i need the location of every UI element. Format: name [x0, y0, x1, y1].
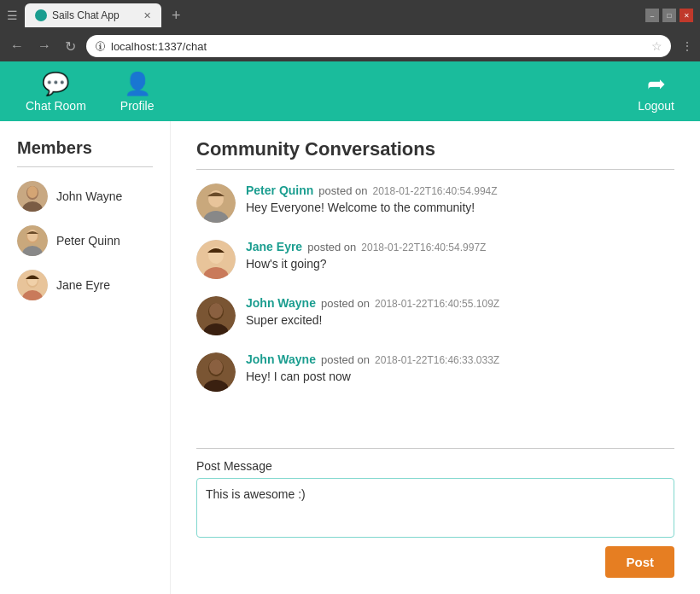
msg-avatar-john-wayne — [196, 296, 236, 335]
forward-button[interactable]: → — [34, 37, 55, 55]
member-item-john-wayne[interactable]: John Wayne — [17, 181, 153, 212]
nav-profile[interactable]: 👤 Profile — [103, 64, 172, 119]
member-item-jane-eyre[interactable]: Jane Eyre — [17, 270, 153, 300]
msg-avatar-peter-quinn — [196, 183, 236, 223]
member-avatar-jane-eyre — [17, 270, 48, 300]
msg-body: John Wayne posted on 2018-01-22T16:40:55… — [246, 296, 499, 327]
msg-author: John Wayne — [246, 352, 316, 366]
messages-area[interactable]: Peter Quinn posted on 2018-01-22T16:40:5… — [196, 183, 674, 434]
member-avatar-john-wayne — [17, 181, 48, 212]
new-tab-button[interactable]: + — [165, 3, 188, 27]
nav-chat-room[interactable]: 💬 Chat Room — [9, 64, 103, 119]
msg-timestamp: 2018-01-22T16:40:55.109Z — [375, 298, 499, 310]
post-divider — [196, 448, 674, 449]
member-name-john-wayne: John Wayne — [56, 189, 122, 203]
svg-point-25 — [209, 359, 223, 375]
post-message-input[interactable]: This is awesome :) — [196, 478, 674, 538]
member-name-peter-quinn: Peter Quinn — [56, 234, 120, 248]
msg-text: Super excited! — [246, 313, 499, 327]
main-content: Community Conversations — [171, 121, 700, 594]
profile-label: Profile — [120, 99, 155, 113]
back-button[interactable]: ← — [7, 37, 27, 55]
msg-body: Jane Eyre posted on 2018-01-22T16:40:54.… — [246, 240, 486, 271]
msg-text: How's it going? — [246, 257, 486, 271]
browser-tab[interactable]: Sails Chat App ✕ — [25, 3, 161, 27]
message-item: John Wayne posted on 2018-01-22T16:40:55… — [196, 296, 666, 335]
msg-avatar-john-wayne-2 — [196, 352, 236, 392]
sidebar: Members John Wayne — [0, 121, 171, 594]
msg-timestamp: 2018-01-22T16:46:33.033Z — [375, 354, 499, 366]
maximize-button[interactable]: □ — [662, 9, 676, 22]
msg-body: John Wayne posted on 2018-01-22T16:46:33… — [246, 352, 499, 383]
member-name-jane-eyre: Jane Eyre — [56, 278, 110, 292]
close-button[interactable]: ✕ — [680, 9, 693, 22]
logout-label: Logout — [638, 99, 674, 113]
chat-room-icon: 💬 — [42, 71, 69, 97]
msg-posted-label: posted on — [321, 353, 370, 366]
tab-favicon — [35, 9, 47, 21]
msg-posted-label: posted on — [321, 297, 370, 310]
msg-posted-label: posted on — [307, 241, 356, 253]
address-input[interactable]: localhost:1337/chat — [111, 40, 646, 53]
msg-body: Peter Quinn posted on 2018-01-22T16:40:5… — [246, 183, 498, 214]
tab-title: Sails Chat App — [52, 9, 120, 21]
svg-point-21 — [209, 303, 223, 318]
message-item: Jane Eyre posted on 2018-01-22T16:40:54.… — [196, 240, 666, 279]
navbar: 💬 Chat Room 👤 Profile ➦ Logout — [0, 61, 700, 121]
conversations-title: Community Conversations — [196, 138, 674, 160]
sidebar-title: Members — [17, 138, 153, 158]
msg-posted-label: posted on — [318, 184, 367, 197]
member-item-peter-quinn[interactable]: Peter Quinn — [17, 225, 153, 256]
sidebar-divider — [17, 166, 153, 167]
browser-menu-icon[interactable]: ☰ — [7, 9, 18, 22]
member-avatar-peter-quinn — [17, 225, 48, 256]
logout-button[interactable]: ➦ Logout — [621, 64, 691, 119]
conversations-divider — [196, 169, 674, 170]
post-label: Post Message — [196, 459, 674, 473]
bookmark-icon[interactable]: ☆ — [651, 39, 662, 53]
msg-author: John Wayne — [246, 296, 316, 310]
post-button[interactable]: Post — [605, 546, 674, 578]
app-window: 💬 Chat Room 👤 Profile ➦ Logout Members — [0, 61, 700, 594]
message-item: Peter Quinn posted on 2018-01-22T16:40:5… — [196, 183, 666, 223]
message-item: John Wayne posted on 2018-01-22T16:46:33… — [196, 352, 666, 392]
msg-timestamp: 2018-01-22T16:40:54.994Z — [372, 185, 497, 197]
browser-options-icon[interactable]: ⋮ — [681, 39, 693, 53]
msg-text: Hey! I can post now — [246, 370, 499, 383]
profile-icon: 👤 — [124, 71, 151, 97]
msg-avatar-jane-eyre — [196, 240, 236, 279]
msg-author: Peter Quinn — [246, 183, 313, 197]
chat-room-label: Chat Room — [26, 99, 86, 113]
msg-text: Hey Everyone! Welcome to the community! — [246, 201, 498, 214]
refresh-button[interactable]: ↻ — [61, 37, 79, 56]
minimize-button[interactable]: – — [645, 9, 659, 22]
tab-close-button[interactable]: ✕ — [143, 10, 151, 21]
logout-icon: ➦ — [647, 71, 666, 97]
secure-icon: 🛈 — [95, 40, 106, 53]
msg-timestamp: 2018-01-22T16:40:54.997Z — [361, 242, 486, 253]
content-area: Members John Wayne — [0, 121, 700, 594]
msg-author: Jane Eyre — [246, 240, 302, 253]
svg-point-3 — [27, 186, 38, 198]
